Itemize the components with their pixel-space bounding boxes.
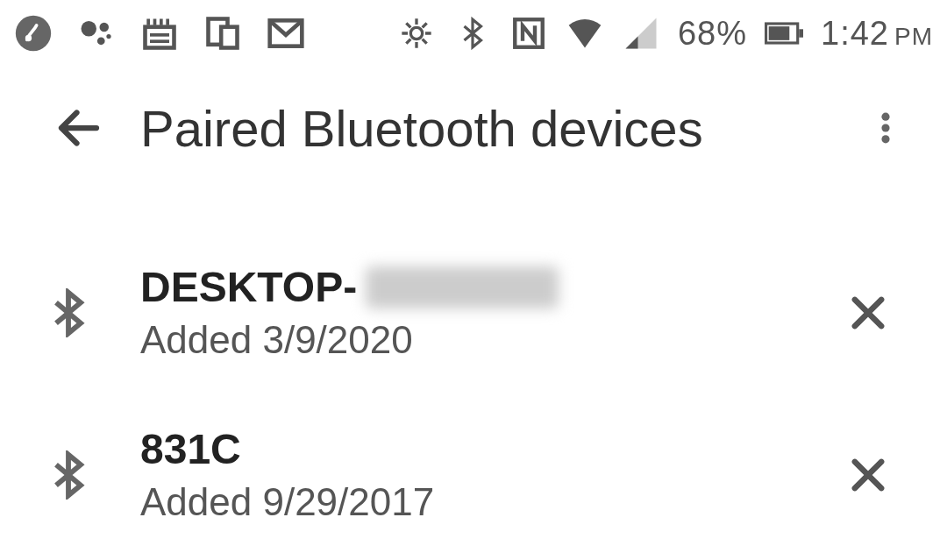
clock-text: 1:42 PM — [821, 15, 933, 53]
device-added-date: Added 3/9/2020 — [140, 318, 824, 362]
status-left — [14, 14, 305, 53]
cellular-signal-icon — [622, 14, 660, 53]
remove-device-button[interactable] — [824, 452, 912, 498]
clock-ampm: PM — [894, 23, 933, 51]
svg-point-17 — [881, 113, 889, 121]
device-list: DESKTOP- Added 3/9/2020 831C Added 9/29/… — [0, 189, 947, 560]
svg-point-5 — [106, 34, 110, 39]
svg-point-19 — [881, 135, 889, 143]
status-right: 68% 1:42 PM — [397, 14, 933, 53]
svg-point-1 — [25, 35, 32, 41]
device-name-text: DESKTOP- — [140, 263, 357, 311]
bluetooth-device-icon — [35, 450, 140, 500]
wifi-icon — [566, 14, 604, 53]
svg-rect-6 — [146, 27, 174, 48]
remove-device-button[interactable] — [824, 290, 912, 336]
device-info: 831C Added 9/29/2017 — [140, 425, 824, 524]
news-notification-icon — [140, 14, 179, 53]
device-name-text: 831C — [140, 425, 241, 473]
svg-rect-16 — [799, 29, 803, 37]
app-bar: Paired Bluetooth devices — [0, 67, 947, 189]
clock-time: 1:42 — [821, 15, 889, 53]
svg-point-2 — [82, 21, 97, 37]
svg-rect-7 — [150, 33, 169, 37]
device-info: DESKTOP- Added 3/9/2020 — [140, 263, 824, 362]
location-icon — [397, 14, 436, 53]
more-options-button[interactable] — [859, 109, 912, 147]
device-row[interactable]: DESKTOP- Added 3/9/2020 — [35, 242, 912, 404]
multi-device-icon — [203, 14, 242, 53]
back-button[interactable] — [35, 102, 123, 154]
svg-rect-10 — [221, 27, 237, 48]
svg-point-12 — [410, 27, 422, 39]
nfc-icon — [509, 14, 548, 53]
bluetooth-device-icon — [35, 288, 140, 337]
svg-point-4 — [97, 37, 105, 45]
battery-icon — [765, 14, 803, 53]
device-name: 831C — [140, 425, 824, 473]
svg-point-0 — [16, 16, 51, 51]
device-row[interactable]: 831C Added 9/29/2017 — [35, 404, 912, 560]
battery-percent-text: 68% — [678, 15, 747, 53]
svg-rect-8 — [150, 39, 169, 43]
device-added-date: Added 9/29/2017 — [140, 480, 824, 524]
svg-rect-15 — [769, 26, 790, 40]
app-notification-icon-1 — [14, 14, 53, 53]
svg-point-3 — [100, 23, 110, 32]
svg-point-18 — [881, 124, 889, 131]
bluetooth-status-icon — [453, 14, 492, 53]
gmail-notification-icon — [267, 14, 305, 53]
obscured-text — [366, 266, 559, 308]
device-name: DESKTOP- — [140, 263, 824, 311]
status-bar: 68% 1:42 PM — [0, 0, 947, 67]
page-title: Paired Bluetooth devices — [140, 99, 859, 158]
assistant-icon — [77, 14, 116, 53]
